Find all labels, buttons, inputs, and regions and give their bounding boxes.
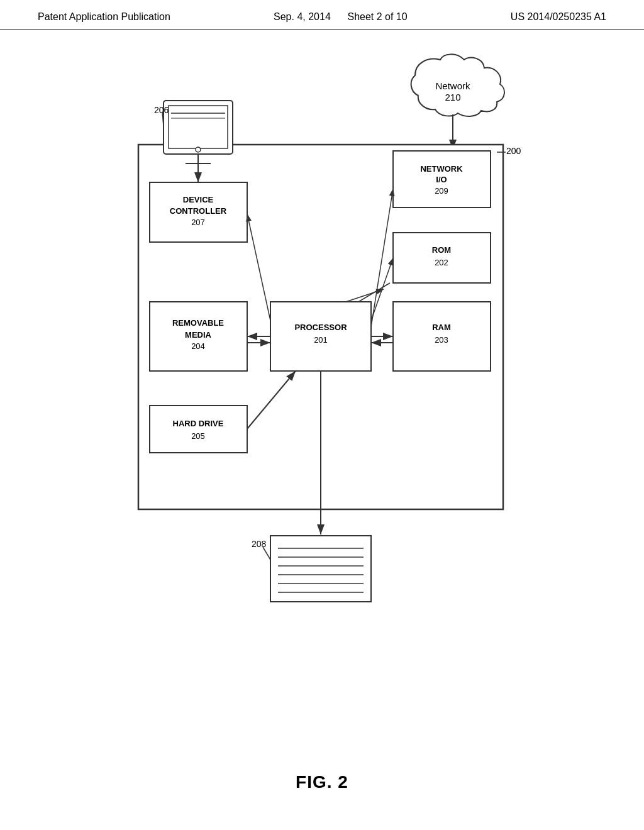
network-cloud: Network 210 (411, 54, 504, 116)
diagram-svg: Network 210 200 NETWORK I/O 209 ROM 202 … (50, 50, 594, 755)
svg-text:205: 205 (191, 431, 205, 441)
svg-point-37 (196, 147, 201, 152)
monitor-label: 206 (154, 105, 169, 115)
header-sheet: Sheet 2 of 10 (347, 11, 407, 22)
svg-text:207: 207 (191, 218, 205, 227)
svg-text:NETWORK: NETWORK (420, 164, 463, 174)
svg-text:204: 204 (191, 341, 205, 351)
svg-text:REMOVABLE: REMOVABLE (172, 318, 224, 328)
svg-text:202: 202 (435, 258, 448, 267)
svg-text:CONTROLLER: CONTROLLER (170, 206, 227, 216)
page-header: Patent Application Publication Sep. 4, 2… (0, 0, 644, 30)
svg-text:203: 203 (435, 335, 448, 345)
figure-caption: FIG. 2 (0, 772, 644, 792)
diagram-container: Network 210 200 NETWORK I/O 209 ROM 202 … (50, 50, 594, 755)
svg-text:201: 201 (314, 335, 328, 345)
svg-line-56 (263, 547, 270, 560)
svg-rect-32 (169, 106, 228, 148)
header-date: Sep. 4, 2014 (274, 11, 331, 22)
svg-text:RAM: RAM (432, 323, 451, 332)
header-right: US 2014/0250235 A1 (511, 11, 606, 23)
svg-text:209: 209 (435, 186, 448, 196)
monitor-icon: 206 (154, 101, 233, 163)
svg-text:DEVICE: DEVICE (183, 195, 214, 204)
svg-text:210: 210 (445, 92, 460, 102)
svg-text:HARD DRIVE: HARD DRIVE (173, 419, 224, 428)
svg-text:Network: Network (435, 80, 470, 91)
svg-text:PROCESSOR: PROCESSOR (294, 323, 347, 332)
system-box-label: 200 (506, 146, 521, 156)
header-left: Patent Application Publication (38, 11, 170, 23)
svg-text:I/O: I/O (436, 175, 447, 184)
svg-rect-26 (150, 406, 247, 453)
svg-text:MEDIA: MEDIA (185, 330, 212, 340)
svg-text:ROM: ROM (432, 245, 451, 255)
storage-label: 208 (252, 539, 267, 549)
storage-icon: 208 (252, 536, 371, 602)
header-center: Sep. 4, 2014 Sheet 2 of 10 (274, 11, 408, 23)
